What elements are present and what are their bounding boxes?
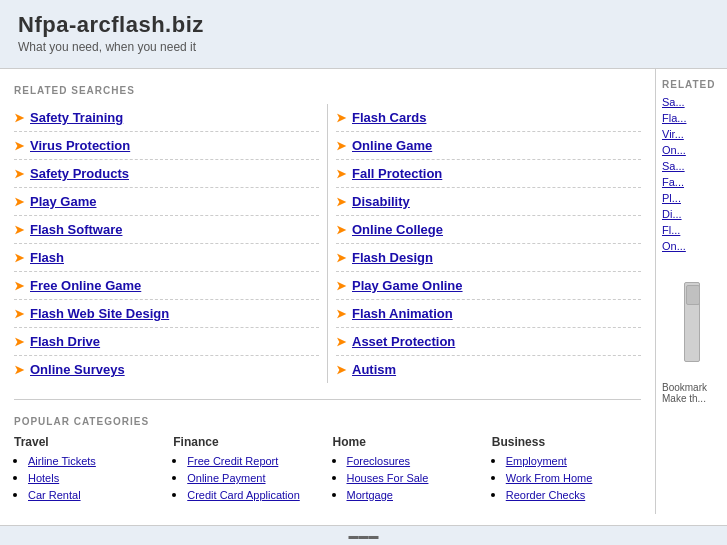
list-item: Hotels	[28, 470, 163, 485]
category-link[interactable]: Foreclosures	[347, 455, 411, 467]
search-link[interactable]: Online College	[352, 222, 443, 237]
arrow-icon: ➤	[14, 223, 24, 237]
search-link[interactable]: Play Game Online	[352, 278, 463, 293]
list-item: ➤Flash Drive	[14, 328, 319, 356]
search-link[interactable]: Online Game	[352, 138, 432, 153]
search-link[interactable]: Flash Animation	[352, 306, 453, 321]
right-sidebar: RELATED Sa...Fla...Vir...On...Sa...Fa...…	[655, 69, 727, 514]
list-item: Credit Card Application	[187, 487, 322, 502]
col-divider	[327, 104, 328, 383]
category-link[interactable]: Houses For Sale	[347, 472, 429, 484]
search-link[interactable]: Safety Training	[30, 110, 123, 125]
category-link[interactable]: Mortgage	[347, 489, 393, 501]
search-link[interactable]: Asset Protection	[352, 334, 455, 349]
category-list: Free Credit ReportOnline PaymentCredit C…	[173, 453, 322, 502]
category-name: Home	[333, 435, 482, 449]
search-link[interactable]: Flash Design	[352, 250, 433, 265]
search-link[interactable]: Flash Cards	[352, 110, 426, 125]
scrollbar-thumb[interactable]	[686, 285, 700, 305]
list-item: Work From Home	[506, 470, 641, 485]
arrow-icon: ➤	[14, 139, 24, 153]
category-list: Airline TicketsHotelsCar Rental	[14, 453, 163, 502]
popular-grid: TravelAirline TicketsHotelsCar RentalFin…	[14, 435, 641, 504]
header: Nfpa-arcflash.biz What you need, when yo…	[0, 0, 727, 69]
category-name: Travel	[14, 435, 163, 449]
arrow-icon: ➤	[336, 139, 346, 153]
arrow-icon: ➤	[14, 307, 24, 321]
right-links-col: ➤Flash Cards➤Online Game➤Fall Protection…	[336, 104, 641, 383]
search-link[interactable]: Free Online Game	[30, 278, 141, 293]
arrow-icon: ➤	[336, 335, 346, 349]
arrow-icon: ➤	[336, 111, 346, 125]
search-link[interactable]: Flash Drive	[30, 334, 100, 349]
list-item: ➤Safety Training	[14, 104, 319, 132]
category-link[interactable]: Airline Tickets	[28, 455, 96, 467]
category-name: Finance	[173, 435, 322, 449]
arrow-icon: ➤	[336, 363, 346, 377]
category-link[interactable]: Reorder Checks	[506, 489, 585, 501]
search-link[interactable]: Play Game	[30, 194, 97, 209]
category-link[interactable]: Credit Card Application	[187, 489, 300, 501]
category-link[interactable]: Car Rental	[28, 489, 81, 501]
left-links-col: ➤Safety Training➤Virus Protection➤Safety…	[14, 104, 319, 383]
search-link[interactable]: Disability	[352, 194, 410, 209]
sidebar-link[interactable]: Sa...	[662, 96, 721, 108]
scrollbar-track[interactable]	[684, 282, 700, 362]
list-item: ➤Flash	[14, 244, 319, 272]
arrow-icon: ➤	[14, 279, 24, 293]
list-item: ➤Fall Protection	[336, 160, 641, 188]
popular-categories-label: POPULAR CATEGORIES	[14, 416, 641, 427]
list-item: Employment	[506, 453, 641, 468]
search-link[interactable]: Flash Web Site Design	[30, 306, 169, 321]
list-item: ➤Flash Animation	[336, 300, 641, 328]
list-item: ➤Flash Web Site Design	[14, 300, 319, 328]
list-item: Free Credit Report	[187, 453, 322, 468]
category-link[interactable]: Free Credit Report	[187, 455, 278, 467]
search-link[interactable]: Autism	[352, 362, 396, 377]
list-item: Online Payment	[187, 470, 322, 485]
sidebar-link[interactable]: Pl...	[662, 192, 721, 204]
arrow-icon: ➤	[14, 111, 24, 125]
sidebar-link[interactable]: Fl...	[662, 224, 721, 236]
search-link[interactable]: Flash	[30, 250, 64, 265]
make-label: Make th...	[662, 393, 706, 404]
bookmark-area: Bookmark Make th...	[662, 382, 721, 404]
search-link[interactable]: Safety Products	[30, 166, 129, 181]
category-col: HomeForeclosuresHouses For SaleMortgage	[333, 435, 482, 504]
category-link[interactable]: Hotels	[28, 472, 59, 484]
sidebar-link[interactable]: Sa...	[662, 160, 721, 172]
list-item: ➤Flash Design	[336, 244, 641, 272]
sidebar-link[interactable]: Fla...	[662, 112, 721, 124]
list-item: ➤Asset Protection	[336, 328, 641, 356]
sidebar-related-label: RELATED	[662, 79, 721, 90]
list-item: ➤Play Game	[14, 188, 319, 216]
search-link[interactable]: Flash Software	[30, 222, 122, 237]
arrow-icon: ➤	[336, 251, 346, 265]
search-link[interactable]: Online Surveys	[30, 362, 125, 377]
list-item: ➤Safety Products	[14, 160, 319, 188]
popular-categories-section: POPULAR CATEGORIES TravelAirline Tickets…	[14, 399, 641, 504]
search-link[interactable]: Virus Protection	[30, 138, 130, 153]
scrollbar-area[interactable]	[662, 282, 721, 362]
arrow-icon: ➤	[336, 195, 346, 209]
list-item: ➤Flash Cards	[336, 104, 641, 132]
category-link[interactable]: Employment	[506, 455, 567, 467]
category-col: BusinessEmploymentWork From HomeReorder …	[492, 435, 641, 504]
sidebar-link[interactable]: Fa...	[662, 176, 721, 188]
sidebar-link[interactable]: Vir...	[662, 128, 721, 140]
list-item: Foreclosures	[347, 453, 482, 468]
category-list: ForeclosuresHouses For SaleMortgage	[333, 453, 482, 502]
list-item: ➤Free Online Game	[14, 272, 319, 300]
arrow-icon: ➤	[14, 335, 24, 349]
category-list: EmploymentWork From HomeReorder Checks	[492, 453, 641, 502]
category-link[interactable]: Work From Home	[506, 472, 593, 484]
list-item: ➤Autism	[336, 356, 641, 383]
sidebar-link[interactable]: On...	[662, 240, 721, 252]
list-item: Mortgage	[347, 487, 482, 502]
sidebar-link[interactable]: Di...	[662, 208, 721, 220]
arrow-icon: ➤	[14, 195, 24, 209]
category-link[interactable]: Online Payment	[187, 472, 265, 484]
list-item: ➤Online College	[336, 216, 641, 244]
search-link[interactable]: Fall Protection	[352, 166, 442, 181]
sidebar-link[interactable]: On...	[662, 144, 721, 156]
